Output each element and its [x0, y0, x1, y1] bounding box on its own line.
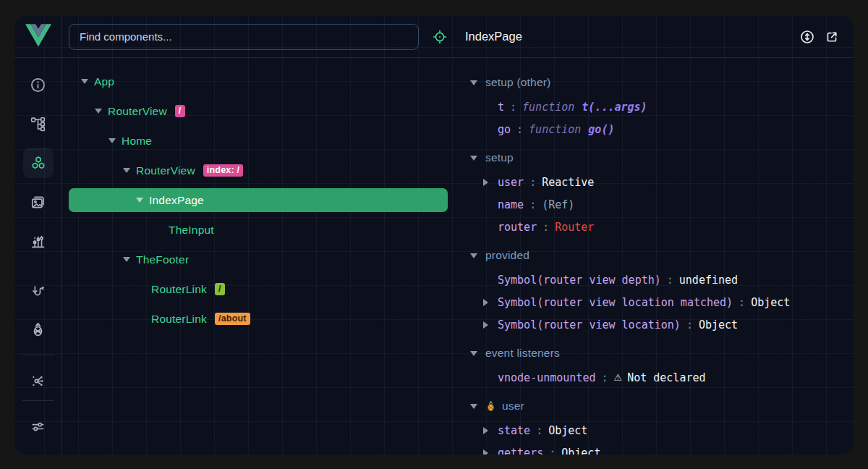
inspect-component-crosshair-icon[interactable]	[432, 26, 448, 48]
section-pinia-user[interactable]: user	[457, 393, 854, 419]
state-row-go[interactable]: go function go()	[457, 118, 854, 140]
component-tree: App RouterView / Home RouterView index: …	[62, 58, 457, 455]
tree-item-app[interactable]: App	[62, 67, 457, 96]
open-in-editor-icon[interactable]	[822, 27, 842, 47]
state-row-symbol-location[interactable]: Symbol(router view location) Object	[457, 313, 854, 336]
state-key: Symbol(router view location)	[498, 318, 681, 331]
search-input[interactable]	[69, 24, 419, 50]
state-row-symbol-depth[interactable]: Symbol(router view depth) undefined	[457, 269, 854, 291]
key-separator	[516, 123, 523, 136]
collapse-icon[interactable]	[470, 253, 477, 258]
state-value: Object	[548, 424, 587, 437]
collapse-icon[interactable]	[470, 404, 477, 409]
collapse-icon[interactable]	[470, 80, 477, 85]
state-key: Symbol(router view depth)	[498, 274, 661, 287]
tree-item-theinput[interactable]: TheInput	[62, 215, 457, 245]
sidebar-divider	[22, 355, 54, 355]
assets-icon[interactable]	[23, 226, 54, 256]
state-key: getters	[498, 447, 543, 455]
scroll-to-component-icon[interactable]	[797, 27, 817, 47]
settings-icon[interactable]	[23, 411, 54, 441]
state-key: router	[498, 221, 537, 234]
section-provided[interactable]: provided	[457, 242, 854, 269]
collapse-icon[interactable]	[109, 138, 116, 143]
state-value: undefined	[679, 274, 738, 287]
tree-item-routerview[interactable]: RouterView /	[62, 96, 457, 126]
section-title: user	[502, 400, 524, 413]
state-row-state[interactable]: state Object	[457, 419, 854, 441]
component-name: Home	[122, 135, 152, 148]
collapse-icon[interactable]	[470, 156, 477, 161]
state-value: Object	[561, 447, 600, 455]
collapse-icon[interactable]	[136, 198, 143, 203]
key-separator	[529, 198, 536, 211]
components-icon[interactable]	[23, 148, 54, 178]
collapse-icon[interactable]	[123, 168, 130, 173]
expand-icon[interactable]	[483, 449, 488, 455]
state-value: Reactive	[542, 176, 594, 189]
key-separator	[536, 424, 542, 437]
state-value: Not declared	[627, 371, 705, 384]
key-separator	[542, 221, 549, 234]
state-row-t[interactable]: t function t(...args)	[457, 96, 854, 118]
component-name: RouterLink	[151, 313, 207, 326]
tree-item-routerlink-about[interactable]: RouterLink /about	[62, 304, 457, 334]
state-row-user[interactable]: user Reactive	[457, 171, 854, 193]
component-name: RouterLink	[151, 283, 207, 296]
state-row-name[interactable]: name (Ref)	[457, 193, 854, 216]
route-badge: /	[175, 105, 185, 118]
state-row-symbol-matched[interactable]: Symbol(router view location matched) Obj…	[457, 291, 854, 313]
route-badge: index: /	[203, 164, 243, 177]
state-value: (Ref)	[542, 198, 574, 211]
section-event-listeners[interactable]: event listeners	[457, 340, 854, 366]
state-row-getters[interactable]: getters Object	[457, 441, 854, 455]
tree-item-routerlink-home[interactable]: RouterLink /	[62, 274, 457, 304]
state-value: Router	[555, 221, 594, 234]
vue-devtools-window: App RouterView / Home RouterView index: …	[14, 16, 854, 455]
key-separator	[549, 447, 556, 455]
state-value: Object	[751, 296, 790, 309]
pinia-icon[interactable]	[23, 314, 54, 345]
state-key: vnode-unmounted	[498, 371, 595, 384]
graph-icon[interactable]	[23, 366, 54, 396]
state-key: go	[498, 123, 511, 136]
tree-item-thefooter[interactable]: TheFooter	[62, 245, 457, 274]
collapse-icon[interactable]	[95, 109, 102, 114]
key-separator	[667, 274, 673, 287]
inspected-component-title: IndexPage	[465, 30, 793, 43]
sidebar-divider-bottom	[22, 400, 54, 401]
warning-icon	[614, 372, 623, 383]
section-title: provided	[485, 249, 529, 262]
key-separator	[529, 176, 536, 189]
key-separator	[739, 296, 745, 309]
state-value: Object	[699, 318, 738, 331]
pages-icon[interactable]	[23, 187, 54, 217]
state-row-router[interactable]: router Router	[457, 216, 854, 238]
section-setup[interactable]: setup	[457, 145, 854, 171]
expand-icon[interactable]	[483, 427, 488, 434]
collapse-icon[interactable]	[123, 257, 130, 262]
state-key: name	[498, 198, 524, 211]
tree-item-routerview-index[interactable]: RouterView index: /	[62, 156, 457, 185]
key-separator	[510, 101, 516, 114]
tree-item-indexpage-selected[interactable]: IndexPage	[69, 188, 448, 212]
expand-icon[interactable]	[483, 299, 488, 306]
collapse-icon[interactable]	[470, 351, 477, 356]
state-value: t(...args)	[582, 101, 647, 114]
section-setup-other[interactable]: setup (other)	[457, 69, 854, 96]
expand-icon[interactable]	[483, 179, 488, 186]
expand-icon[interactable]	[483, 321, 488, 329]
router-icon[interactable]	[23, 275, 54, 305]
tree-item-home[interactable]: Home	[62, 126, 457, 156]
logo-cell	[14, 16, 62, 58]
component-name: IndexPage	[149, 194, 204, 207]
state-row-vnode-unmounted[interactable]: vnode-unmounted Not declared	[457, 366, 854, 389]
collapse-icon[interactable]	[81, 79, 88, 84]
state-key: t	[498, 101, 504, 114]
pinia-pineapple-icon	[485, 400, 496, 412]
section-title: setup	[485, 151, 514, 164]
info-icon[interactable]	[23, 69, 54, 100]
key-separator	[601, 371, 608, 384]
state-key: Symbol(router view location matched)	[498, 296, 733, 309]
component-tree-icon[interactable]	[23, 109, 54, 139]
